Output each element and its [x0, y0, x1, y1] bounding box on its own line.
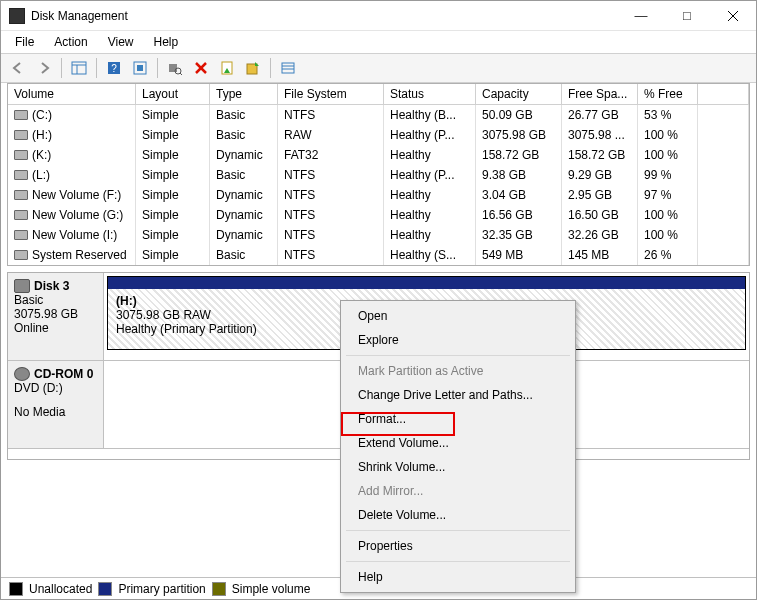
volume-free: 16.50 GB — [562, 205, 638, 225]
menu-delete-volume[interactable]: Delete Volume... — [344, 503, 572, 527]
legend-primary-swatch — [98, 582, 112, 596]
volume-fs: NTFS — [278, 185, 384, 205]
forward-button[interactable] — [33, 57, 55, 79]
volume-status: Healthy — [384, 205, 476, 225]
volume-capacity: 549 MB — [476, 245, 562, 265]
menu-view[interactable]: View — [100, 33, 142, 51]
volume-status: Healthy (B... — [384, 105, 476, 125]
col-freespace[interactable]: Free Spa... — [562, 84, 638, 104]
legend-simple-swatch — [212, 582, 226, 596]
disk-icon — [14, 279, 30, 293]
volume-layout: Simple — [136, 225, 210, 245]
volume-status: Healthy — [384, 145, 476, 165]
col-volume[interactable]: Volume — [8, 84, 136, 104]
settings-icon[interactable] — [129, 57, 151, 79]
menu-properties[interactable]: Properties — [344, 534, 572, 558]
col-filesystem[interactable]: File System — [278, 84, 384, 104]
col-status[interactable]: Status — [384, 84, 476, 104]
help-icon[interactable]: ? — [103, 57, 125, 79]
volume-fs: NTFS — [278, 165, 384, 185]
volume-icon — [14, 130, 28, 140]
menu-open[interactable]: Open — [344, 304, 572, 328]
cdrom-state: No Media — [14, 405, 97, 419]
menu-file[interactable]: File — [7, 33, 42, 51]
volume-row[interactable]: (L:)SimpleBasicNTFSHealthy (P...9.38 GB9… — [8, 165, 749, 185]
volume-status: Healthy (P... — [384, 125, 476, 145]
menu-help[interactable]: Help — [344, 565, 572, 589]
volume-list-header: Volume Layout Type File System Status Ca… — [8, 84, 749, 105]
svg-rect-9 — [169, 64, 177, 72]
volume-status: Healthy (S... — [384, 245, 476, 265]
app-icon — [9, 8, 25, 24]
back-button[interactable] — [7, 57, 29, 79]
volume-row[interactable]: New Volume (F:)SimpleDynamicNTFSHealthy3… — [8, 185, 749, 205]
volume-pctfree: 100 % — [638, 145, 698, 165]
volume-pctfree: 100 % — [638, 205, 698, 225]
disk3-label[interactable]: Disk 3 Basic 3075.98 GB Online — [8, 273, 104, 360]
volume-free: 3075.98 ... — [562, 125, 638, 145]
title-bar: Disk Management — □ — [1, 1, 756, 31]
volume-icon — [14, 150, 28, 160]
volume-fs: NTFS — [278, 205, 384, 225]
volume-type: Basic — [210, 125, 278, 145]
legend-unallocated-label: Unallocated — [29, 582, 92, 596]
disk3-state: Online — [14, 321, 97, 335]
menu-bar: File Action View Help — [1, 31, 756, 53]
partition-header — [108, 277, 745, 289]
delete-icon[interactable] — [190, 57, 212, 79]
volume-row[interactable]: (K:)SimpleDynamicFAT32Healthy158.72 GB15… — [8, 145, 749, 165]
cdrom-name: CD-ROM 0 — [34, 367, 93, 381]
volume-icon — [14, 230, 28, 240]
cdrom-icon — [14, 367, 30, 381]
volume-name: New Volume (I:) — [32, 228, 117, 242]
menu-help[interactable]: Help — [146, 33, 187, 51]
disk3-name: Disk 3 — [34, 279, 69, 293]
volume-row[interactable]: (H:)SimpleBasicRAWHealthy (P...3075.98 G… — [8, 125, 749, 145]
menu-explore[interactable]: Explore — [344, 328, 572, 352]
volume-name: New Volume (G:) — [32, 208, 123, 222]
refresh-icon[interactable] — [164, 57, 186, 79]
volume-icon — [14, 210, 28, 220]
volume-free: 145 MB — [562, 245, 638, 265]
volume-row[interactable]: (C:)SimpleBasicNTFSHealthy (B...50.09 GB… — [8, 105, 749, 125]
volume-layout: Simple — [136, 245, 210, 265]
volume-status: Healthy — [384, 225, 476, 245]
menu-shrink-volume[interactable]: Shrink Volume... — [344, 455, 572, 479]
show-hide-console-tree-icon[interactable] — [68, 57, 90, 79]
volume-icon — [14, 190, 28, 200]
volume-free: 32.26 GB — [562, 225, 638, 245]
maximize-button[interactable]: □ — [664, 1, 710, 31]
volume-capacity: 158.72 GB — [476, 145, 562, 165]
volume-row[interactable]: System ReservedSimpleBasicNTFSHealthy (S… — [8, 245, 749, 265]
volume-name: (K:) — [32, 148, 51, 162]
menu-action[interactable]: Action — [46, 33, 95, 51]
close-button[interactable] — [710, 1, 756, 31]
volume-capacity: 9.38 GB — [476, 165, 562, 185]
context-menu: Open Explore Mark Partition as Active Ch… — [340, 300, 576, 593]
menu-change-drive-letter[interactable]: Change Drive Letter and Paths... — [344, 383, 572, 407]
menu-format[interactable]: Format... — [344, 407, 572, 431]
col-capacity[interactable]: Capacity — [476, 84, 562, 104]
col-layout[interactable]: Layout — [136, 84, 210, 104]
properties-icon[interactable] — [216, 57, 238, 79]
minimize-button[interactable]: — — [618, 1, 664, 31]
legend-unallocated-swatch — [9, 582, 23, 596]
volume-row[interactable]: New Volume (I:)SimpleDynamicNTFSHealthy3… — [8, 225, 749, 245]
volume-pctfree: 26 % — [638, 245, 698, 265]
volume-row[interactable]: New Volume (G:)SimpleDynamicNTFSHealthy1… — [8, 205, 749, 225]
menu-extend-volume[interactable]: Extend Volume... — [344, 431, 572, 455]
col-type[interactable]: Type — [210, 84, 278, 104]
svg-rect-16 — [282, 63, 294, 73]
window-title: Disk Management — [31, 9, 618, 23]
volume-free: 9.29 GB — [562, 165, 638, 185]
list-view-icon[interactable] — [277, 57, 299, 79]
action-icon[interactable] — [242, 57, 264, 79]
volume-fs: NTFS — [278, 245, 384, 265]
col-pctfree[interactable]: % Free — [638, 84, 698, 104]
volume-layout: Simple — [136, 145, 210, 165]
volume-pctfree: 53 % — [638, 105, 698, 125]
cdrom-label[interactable]: CD-ROM 0 DVD (D:) No Media — [8, 361, 104, 448]
volume-type: Basic — [210, 165, 278, 185]
volume-capacity: 32.35 GB — [476, 225, 562, 245]
volume-layout: Simple — [136, 205, 210, 225]
